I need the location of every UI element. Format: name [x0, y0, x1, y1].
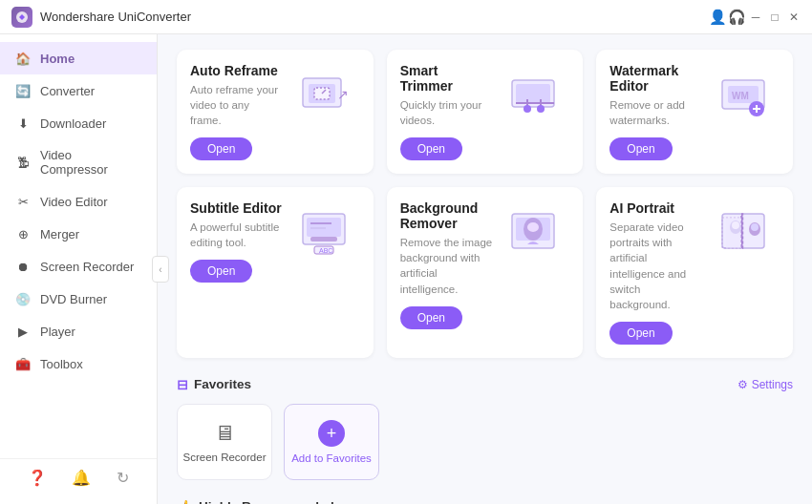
recommended-label: Highly Recommended [199, 499, 334, 504]
sidebar-label-dvd-burner: DVD Burner [40, 292, 107, 306]
open-button-smart-trimmer[interactable]: Open [400, 137, 462, 160]
sidebar-item-screen-recorder[interactable]: ⏺ Screen Recorder [0, 250, 157, 283]
feature-card-background-remover: Background Remover Remove the image back… [387, 187, 584, 358]
sidebar-item-video-editor[interactable]: ✂ Video Editor [0, 185, 157, 218]
open-button-ai-portrait[interactable]: Open [609, 322, 672, 345]
card-left-auto-reframe: Auto Reframe Auto reframe your video to … [190, 63, 284, 160]
favorites-label: Favorites [194, 377, 251, 391]
sidebar-item-downloader[interactable]: ⬇ Downloader [0, 107, 157, 139]
favorites-icon: ⊟ [177, 377, 188, 392]
sidebar-item-toolbox[interactable]: 🧰 Toolbox [0, 347, 157, 380]
svg-rect-20 [307, 218, 341, 237]
minimize-button[interactable]: ─ [749, 10, 762, 24]
settings-gear-icon: ⚙ [737, 378, 748, 391]
card-title-background-remover: Background Remover [400, 200, 494, 231]
fav-label-add: Add to Favorites [291, 452, 372, 464]
app-logo [11, 7, 32, 28]
card-left-subtitle-editor: Subtitle Editor A powerful subtitle edit… [190, 200, 284, 283]
svg-rect-35 [726, 218, 741, 248]
sidebar-item-converter[interactable]: 🔄 Converter [0, 74, 157, 107]
open-button-auto-reframe[interactable]: Open [190, 137, 252, 160]
sidebar-item-player[interactable]: ▶ Player [0, 315, 157, 347]
recommended-title: 👍 Highly Recommended [177, 499, 334, 504]
favorites-title: ⊟ Favorites [177, 377, 251, 392]
title-bar: Wondershare UniConverter 👤 🎧 ─ □ ✕ [0, 0, 812, 34]
card-title-ai-portrait: AI Portrait [609, 200, 703, 216]
screen-recorder-fav-icon: 🖥 [214, 421, 235, 446]
notification-icon[interactable]: 🔔 [72, 469, 91, 487]
sidebar-item-dvd-burner[interactable]: 💿 DVD Burner [0, 283, 157, 315]
sidebar-label-downloader: Downloader [40, 116, 106, 131]
feature-card-smart-trimmer: Smart Trimmer Quickly trim your videos. … [387, 50, 584, 174]
home-icon: 🏠 [15, 51, 31, 66]
open-button-subtitle-editor[interactable]: Open [190, 260, 252, 283]
editor-icon: ✂ [15, 194, 31, 209]
card-title-subtitle-editor: Subtitle Editor [190, 200, 284, 216]
card-desc-subtitle-editor: A powerful subtitle editing tool. [190, 220, 284, 250]
sidebar-label-video-compressor: Video Compressor [40, 148, 141, 177]
card-desc-smart-trimmer: Quickly trim your videos. [400, 97, 494, 128]
card-desc-auto-reframe: Auto reframe your video to any frame. [190, 82, 284, 128]
settings-link[interactable]: ⚙ Settings [737, 378, 793, 391]
card-desc-ai-portrait: Separate video portraits with artificial… [609, 220, 703, 312]
app-title: Wondershare UniConverter [40, 10, 711, 24]
sidebar-collapse-button[interactable]: ‹ [152, 256, 169, 283]
feature-card-subtitle-editor: Subtitle Editor A powerful subtitle edit… [177, 187, 374, 358]
open-button-watermark-editor[interactable]: Open [609, 137, 672, 160]
svg-rect-21 [310, 237, 337, 242]
converter-icon: 🔄 [15, 83, 31, 98]
svg-point-37 [751, 223, 759, 231]
toolbox-icon: 🧰 [15, 356, 31, 371]
feature-card-ai-portrait: AI Portrait Separate video portraits wit… [596, 187, 793, 358]
favorites-section-header: ⊟ Favorites ⚙ Settings [177, 377, 793, 392]
card-title-watermark-editor: Watermark Editor [609, 63, 703, 94]
card-illus-watermark-editor: WM [711, 63, 780, 132]
feature-cards-grid: Auto Reframe Auto reframe your video to … [177, 50, 793, 358]
card-left-background-remover: Background Remover Remove the image back… [400, 200, 494, 328]
user-icon[interactable]: 👤 [711, 10, 724, 24]
card-illus-background-remover [501, 200, 569, 269]
support-icon[interactable]: 🎧 [730, 10, 743, 24]
card-illus-subtitle-editor: ABC [291, 200, 360, 269]
sidebar-label-toolbox: Toolbox [40, 357, 83, 371]
card-left-ai-portrait: AI Portrait Separate video portraits wit… [609, 200, 703, 345]
card-illus-ai-portrait [711, 200, 780, 269]
svg-point-11 [524, 105, 531, 113]
refresh-icon[interactable]: ↻ [117, 469, 129, 487]
sidebar-label-merger: Merger [40, 227, 79, 242]
card-illus-auto-reframe: ↗ [291, 63, 360, 132]
maximize-button[interactable]: □ [768, 10, 781, 24]
close-button[interactable]: ✕ [787, 10, 801, 24]
help-icon[interactable]: ❓ [28, 469, 47, 487]
fav-item-screen-recorder[interactable]: 🖥 Screen Recorder [177, 404, 272, 480]
card-illus-smart-trimmer [501, 63, 569, 132]
card-title-smart-trimmer: Smart Trimmer [400, 63, 494, 94]
sidebar-label-home: Home [40, 52, 75, 66]
sidebar-label-converter: Converter [40, 84, 95, 98]
feature-card-watermark-editor: Watermark Editor Remove or add watermark… [596, 50, 793, 174]
card-desc-watermark-editor: Remove or add watermarks. [609, 97, 703, 128]
sidebar-item-merger[interactable]: ⊕ Merger [0, 218, 157, 250]
card-left-smart-trimmer: Smart Trimmer Quickly trim your videos. … [400, 63, 494, 160]
fav-item-add[interactable]: + Add to Favorites [284, 404, 379, 480]
svg-point-12 [537, 105, 545, 113]
svg-text:ABC: ABC [319, 247, 332, 254]
merger-icon: ⊕ [15, 226, 31, 242]
settings-label: Settings [752, 378, 793, 391]
card-left-watermark-editor: Watermark Editor Remove or add watermark… [609, 63, 703, 160]
sidebar-item-video-compressor[interactable]: 🗜 Video Compressor [0, 139, 157, 185]
feature-card-auto-reframe: Auto Reframe Auto reframe your video to … [177, 50, 374, 174]
favorites-row: 🖥 Screen Recorder + Add to Favorites [177, 404, 793, 480]
dvd-icon: 💿 [15, 291, 31, 306]
sidebar-label-player: Player [40, 325, 75, 339]
svg-point-29 [527, 222, 539, 232]
sidebar-item-home[interactable]: 🏠 Home [0, 42, 157, 74]
app-body: 🏠 Home 🔄 Converter ⬇ Downloader 🗜 Video … [0, 34, 812, 504]
card-title-auto-reframe: Auto Reframe [190, 63, 284, 78]
compressor-icon: 🗜 [15, 155, 31, 170]
open-button-background-remover[interactable]: Open [400, 306, 462, 329]
card-desc-background-remover: Remove the image background with artific… [400, 235, 494, 296]
fav-label-screen-recorder: Screen Recorder [183, 452, 267, 463]
sidebar-label-video-editor: Video Editor [40, 195, 108, 209]
add-circle-icon: + [318, 420, 345, 447]
